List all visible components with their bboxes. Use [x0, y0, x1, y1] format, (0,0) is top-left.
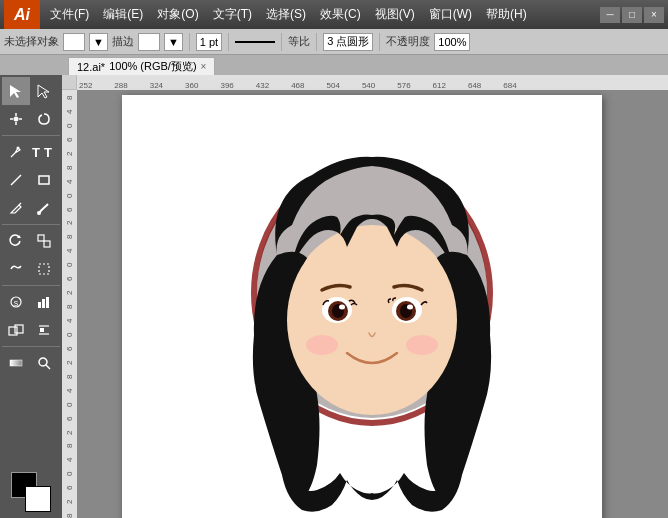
background-color[interactable] — [25, 486, 51, 512]
svg-point-41 — [406, 335, 438, 355]
canvas-wrapper: 252 288 324 360 396 432 468 504 540 576 … — [62, 75, 668, 518]
gradient-tool[interactable] — [2, 349, 30, 377]
brush-tool[interactable] — [30, 194, 58, 222]
svg-rect-13 — [44, 241, 50, 247]
tab-close-button[interactable]: × — [201, 61, 207, 72]
scale-tool[interactable] — [30, 227, 58, 255]
svg-rect-19 — [46, 297, 49, 308]
ai-logo: Ai — [4, 0, 40, 29]
svg-point-4 — [14, 117, 19, 122]
svg-line-27 — [46, 365, 50, 369]
type-tool[interactable]: T T — [30, 138, 58, 166]
opacity-input[interactable]: 100% — [434, 33, 470, 51]
tool-row-6 — [2, 227, 60, 255]
menu-file[interactable]: 文件(F) — [44, 4, 95, 25]
menu-effect[interactable]: 效果(C) — [314, 4, 367, 25]
rotate-tool[interactable] — [2, 227, 30, 255]
separator-2 — [228, 33, 229, 51]
fill-swatch[interactable] — [63, 33, 85, 51]
stroke-style-line — [235, 41, 275, 43]
zoom-tool[interactable] — [30, 349, 58, 377]
svg-text:T: T — [44, 145, 52, 160]
menu-text[interactable]: 文字(T) — [207, 4, 258, 25]
line-tool[interactable] — [2, 166, 30, 194]
svg-rect-21 — [15, 325, 23, 333]
points-dropdown[interactable]: 3 点圆形 — [323, 33, 373, 51]
svg-point-35 — [339, 305, 345, 310]
svg-rect-8 — [39, 176, 49, 184]
svg-rect-25 — [10, 360, 22, 366]
tool-separator-3 — [2, 285, 60, 286]
svg-rect-23 — [40, 328, 44, 332]
tool-separator-4 — [2, 346, 60, 347]
svg-point-40 — [306, 335, 338, 355]
menu-edit[interactable]: 编辑(E) — [97, 4, 149, 25]
select-tool[interactable] — [2, 77, 30, 105]
menu-window[interactable]: 窗口(W) — [423, 4, 478, 25]
canvas-area[interactable]: 252 288 324 360 396 432 468 504 540 576 … — [62, 75, 668, 518]
minimize-button[interactable]: ─ — [600, 7, 620, 23]
rect-tool[interactable] — [30, 166, 58, 194]
main-area: T T — [0, 75, 668, 518]
svg-rect-20 — [9, 327, 17, 335]
stroke-dropdown[interactable]: ▼ — [164, 33, 183, 51]
menu-help[interactable]: 帮助(H) — [480, 4, 533, 25]
document-tab[interactable]: 12.ai* 100% (RGB/预览) × — [68, 57, 215, 75]
tool-row-7 — [2, 255, 60, 283]
opacity-label: 不透明度 — [386, 34, 430, 49]
svg-rect-12 — [38, 235, 44, 241]
window-controls: ─ □ × — [600, 7, 664, 23]
warp-tool[interactable] — [2, 255, 30, 283]
stroke-label: 描边 — [112, 34, 134, 49]
separator-4 — [316, 33, 317, 51]
menu-object[interactable]: 对象(O) — [151, 4, 204, 25]
pencil-tool[interactable] — [2, 194, 30, 222]
svg-line-7 — [11, 175, 21, 185]
no-selection-label: 未选择对象 — [4, 34, 59, 49]
column-graph-tool[interactable] — [30, 288, 58, 316]
fill-dropdown[interactable]: ▼ — [89, 33, 108, 51]
artboard — [122, 95, 602, 518]
ruler-corner — [62, 75, 77, 90]
tab-mode: 100% (RGB/预览) — [109, 59, 196, 74]
svg-point-5 — [17, 147, 20, 150]
menu-bar: 文件(F) 编辑(E) 对象(O) 文字(T) 选择(S) 效果(C) 视图(V… — [44, 4, 600, 25]
style-label: 等比 — [288, 34, 310, 49]
transform-tool[interactable] — [2, 316, 30, 344]
svg-point-26 — [39, 358, 47, 366]
tab-name: 12.ai* — [77, 61, 105, 73]
tool-row-8: s — [2, 288, 60, 316]
vertical-ruler: 8 4 0 6 2 8 4 0 6 2 8 4 0 6 2 8 4 0 6 2 — [62, 90, 77, 518]
tool-row-2 — [2, 105, 60, 133]
cartoon-face-svg — [222, 135, 522, 515]
separator-5 — [379, 33, 380, 51]
magic-wand-tool[interactable] — [2, 105, 30, 133]
svg-line-9 — [19, 203, 21, 205]
menu-view[interactable]: 视图(V) — [369, 4, 421, 25]
free-transform-tool[interactable] — [30, 255, 58, 283]
svg-text:s: s — [14, 298, 19, 308]
tool-separator-1 — [2, 135, 60, 136]
symbol-tool[interactable]: s — [2, 288, 30, 316]
align-tool[interactable] — [30, 316, 58, 344]
lasso-tool[interactable] — [30, 105, 58, 133]
menu-select[interactable]: 选择(S) — [260, 4, 312, 25]
swatch-pair — [11, 472, 51, 512]
toolbar: T T — [0, 75, 62, 518]
direct-select-tool[interactable] — [30, 77, 58, 105]
color-swatches — [2, 468, 60, 516]
tab-bar: 12.ai* 100% (RGB/预览) × — [0, 55, 668, 75]
stroke-width-input[interactable]: 1 pt — [196, 33, 222, 51]
close-button[interactable]: × — [644, 7, 664, 23]
tool-row-10 — [2, 349, 60, 377]
svg-point-39 — [407, 305, 413, 310]
svg-rect-18 — [42, 299, 45, 308]
maximize-button[interactable]: □ — [622, 7, 642, 23]
svg-rect-17 — [38, 302, 41, 308]
pen-tool[interactable] — [2, 138, 30, 166]
options-bar: 未选择对象 ▼ 描边 ▼ 1 pt 等比 3 点圆形 不透明度 100% — [0, 29, 668, 55]
separator-1 — [189, 33, 190, 51]
stroke-swatch[interactable] — [138, 33, 160, 51]
title-bar: Ai 文件(F) 编辑(E) 对象(O) 文字(T) 选择(S) 效果(C) 视… — [0, 0, 668, 29]
tool-row-9 — [2, 316, 60, 344]
